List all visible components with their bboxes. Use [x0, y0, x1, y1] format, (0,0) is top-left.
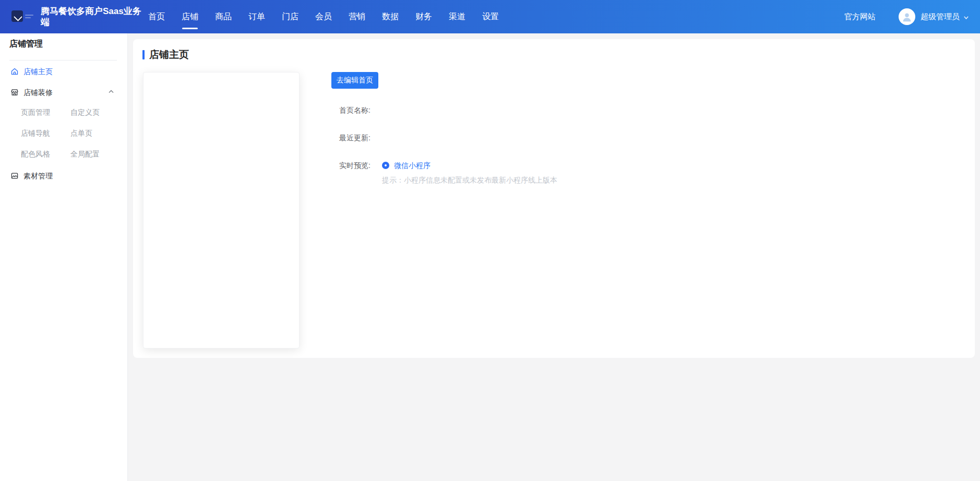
live-preview-label: 实时预览: [339, 160, 371, 171]
official-site-link[interactable]: 官方网站 [844, 12, 876, 22]
last-updated-label: 最近更新: [339, 132, 371, 143]
brand-logo-icon [11, 10, 23, 22]
sidebar: 店铺管理 店铺主页 店铺装修 页面管理 自定义页 店铺导航 点单 [0, 33, 128, 481]
brand: 腾马餐饮多商户Saas业务端 [11, 0, 148, 33]
sidebar-item-shop-homepage[interactable]: 店铺主页 [10, 66, 53, 77]
chevron-down-icon[interactable] [963, 15, 969, 20]
image-icon [10, 172, 19, 180]
user-avatar[interactable] [899, 8, 915, 25]
sidebar-item-label: 店铺主页 [23, 66, 53, 77]
wechat-miniprogram-option[interactable]: 微信小程序 [394, 160, 431, 171]
sidebar-item-material-management[interactable]: 素材管理 [10, 170, 53, 182]
app-root: 腾马餐饮多商户Saas业务端 首页 店铺 商品 订单 门店 会员 营销 数据 财… [0, 0, 980, 481]
nav-item-marketing[interactable]: 营销 [349, 0, 365, 33]
edit-homepage-button[interactable]: 去编辑首页 [331, 72, 378, 89]
submenu-item-shop-navigation[interactable]: 店铺导航 [21, 127, 70, 139]
submenu-item-page-management[interactable]: 页面管理 [21, 106, 70, 118]
submenu-item-order-page[interactable]: 点单页 [70, 127, 100, 139]
wechat-miniprogram-radio[interactable] [382, 162, 389, 169]
logo-wordmark [25, 14, 35, 20]
topbar: 腾马餐饮多商户Saas业务端 首页 店铺 商品 订单 门店 会员 营销 数据 财… [0, 0, 980, 33]
miniprogram-hint: 提示：小程序信息未配置或未发布最新小程序线上版本 [382, 175, 557, 185]
main-nav: 首页 店铺 商品 订单 门店 会员 营销 数据 财务 渠道 设置 [148, 0, 499, 33]
storefront-icon [10, 88, 19, 97]
heading-accent-bar [142, 50, 145, 59]
home-icon [10, 67, 19, 76]
homepage-name-label: 首页名称: [339, 104, 371, 116]
submenu-item-color-style[interactable]: 配色风格 [21, 148, 70, 160]
decoration-submenu: 页面管理 自定义页 店铺导航 点单页 配色风格 全局配置 [21, 106, 100, 160]
nav-item-data[interactable]: 数据 [382, 0, 399, 33]
brand-title: 腾马餐饮多商户Saas业务端 [41, 6, 148, 28]
sidebar-item-shop-decoration[interactable]: 店铺装修 [10, 87, 53, 98]
nav-item-members[interactable]: 会员 [315, 0, 332, 33]
nav-item-settings[interactable]: 设置 [482, 0, 499, 33]
sidebar-item-label: 素材管理 [23, 170, 53, 182]
nav-item-orders[interactable]: 订单 [248, 0, 265, 33]
sidebar-item-label: 店铺装修 [23, 87, 53, 98]
nav-item-channels[interactable]: 渠道 [449, 0, 465, 33]
page-heading: 店铺主页 [142, 50, 189, 60]
sidebar-title: 店铺管理 [9, 39, 43, 50]
nav-item-stores[interactable]: 门店 [282, 0, 298, 33]
nav-item-shop[interactable]: 店铺 [182, 0, 198, 33]
username-label[interactable]: 超级管理员 [921, 12, 960, 22]
shop-homepage-card: 店铺主页 去编辑首页 首页名称: 最近更新: 实时预览: 微信小程序 提示：小程… [133, 39, 975, 358]
nav-item-finance[interactable]: 财务 [415, 0, 432, 33]
page-title: 店铺主页 [149, 50, 189, 60]
nav-item-home[interactable]: 首页 [148, 0, 165, 33]
logo-mark [14, 13, 22, 21]
main-content: 店铺主页 去编辑首页 首页名称: 最近更新: 实时预览: 微信小程序 提示：小程… [128, 33, 980, 481]
sidebar-divider [9, 60, 117, 61]
homepage-preview-panel [143, 72, 300, 348]
topbar-right: 官方网站 超级管理员 [844, 0, 969, 33]
submenu-item-global-config[interactable]: 全局配置 [70, 148, 100, 160]
nav-item-goods[interactable]: 商品 [215, 0, 232, 33]
submenu-item-custom-page[interactable]: 自定义页 [70, 106, 100, 118]
person-icon [901, 11, 913, 22]
chevron-up-icon[interactable] [108, 89, 114, 95]
